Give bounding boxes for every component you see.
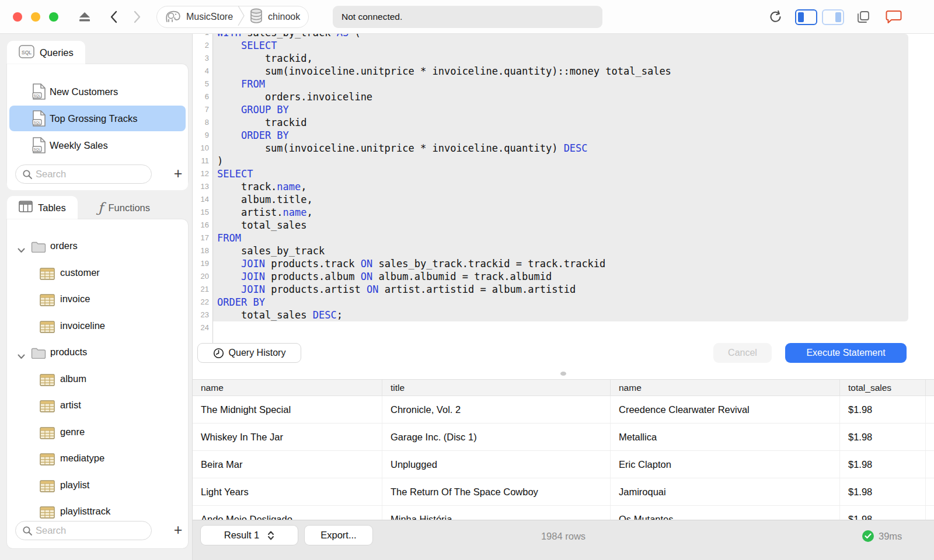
query-list-item[interactable]: SQLTop Grossing Tracks [7, 105, 188, 132]
sidebar-right-toggle[interactable] [822, 9, 844, 25]
code-line[interactable]: WITH sales_by_track AS ( [217, 34, 671, 39]
code-line[interactable]: total_sales [217, 219, 671, 232]
tables-search[interactable] [15, 521, 152, 540]
eject-icon[interactable] [76, 8, 93, 26]
tree-folder-row[interactable]: orders [7, 234, 188, 261]
table-cell[interactable]: Os Mutantes [611, 506, 840, 520]
table-row[interactable]: Light YearsThe Return Of The Space Cowbo… [193, 478, 934, 506]
result-selector[interactable]: Result 1 [201, 526, 298, 545]
table-cell[interactable]: Light Years [193, 478, 382, 505]
query-list-item[interactable]: SQLNew Customers [7, 78, 188, 105]
table-row[interactable]: Beira MarUnpluggedEric Clapton$1.98 [193, 451, 934, 478]
table-cell[interactable]: The Midnight Special [193, 396, 382, 423]
table-cell[interactable]: Eric Clapton [611, 451, 840, 478]
chat-bubble-icon[interactable] [885, 8, 902, 26]
code-line[interactable]: SELECT [217, 167, 671, 180]
code-line[interactable]: JOIN products.track ON sales_by_track.tr… [217, 257, 671, 270]
sidebar-left-toggle[interactable] [795, 9, 817, 25]
code-line[interactable]: FROM [217, 78, 671, 90]
add-query-button[interactable]: + [169, 164, 187, 184]
code-line[interactable]: track.name, [217, 180, 671, 193]
pane-splitter[interactable] [193, 369, 934, 379]
queries-search[interactable] [15, 164, 152, 184]
minimize-button[interactable] [31, 12, 40, 22]
tab-functions[interactable]: ƒ Functions [86, 196, 162, 219]
tree-table-row[interactable]: customer [7, 261, 188, 288]
code-line[interactable]: trackid, [217, 52, 671, 65]
code-line[interactable]: ORDER BY [217, 129, 671, 142]
column-header[interactable]: total_sales [840, 380, 926, 396]
tree-table-row[interactable]: playlist [7, 473, 188, 500]
code-line[interactable]: JOIN products.album ON album.albumid = t… [217, 270, 671, 283]
titlebar: MusicStore chinook Not connected. [0, 0, 934, 34]
chevron-down-icon[interactable] [18, 245, 25, 256]
table-cell[interactable]: Chronicle, Vol. 2 [382, 396, 611, 423]
code-line[interactable]: sum(invoiceline.unitprice * invoiceline.… [217, 65, 671, 78]
back-button[interactable] [105, 8, 123, 26]
tree-table-row[interactable]: mediatype [7, 446, 188, 473]
tree-table-row[interactable]: artist [7, 393, 188, 420]
code-line[interactable]: ) [217, 155, 671, 167]
table-cell[interactable]: Garage Inc. (Disc 1) [382, 424, 611, 450]
windows-icon[interactable] [855, 8, 872, 26]
code-line[interactable]: JOIN products.artist ON artist.artistid … [217, 283, 671, 296]
queries-search-input[interactable] [36, 166, 147, 183]
export-button[interactable]: Export... [305, 526, 372, 545]
code-line[interactable]: SELECT [217, 39, 671, 52]
table-cell[interactable]: Metallica [611, 424, 840, 450]
add-table-button[interactable]: + [169, 520, 187, 540]
table-cell[interactable]: $1.98 [840, 478, 926, 505]
close-button[interactable] [13, 12, 22, 22]
table-cell[interactable]: $1.98 [840, 506, 926, 520]
table-cell[interactable]: $1.98 [840, 451, 926, 478]
code-line[interactable]: sum(invoiceline.unitprice * invoiceline.… [217, 142, 671, 155]
splitter-handle-icon[interactable] [560, 372, 566, 376]
refresh-icon[interactable] [766, 8, 784, 26]
code-line[interactable]: total_sales DESC; [217, 309, 671, 321]
code-line[interactable]: artist.name, [217, 206, 671, 219]
tables-search-input[interactable] [36, 522, 147, 539]
code-line[interactable] [217, 321, 671, 334]
table-row[interactable]: Ando Meio DesligadoMinha HistóriaOs Muta… [193, 506, 934, 520]
table-cell[interactable]: Unplugged [382, 451, 611, 478]
column-header[interactable]: name [193, 380, 382, 396]
table-cell[interactable]: Whiskey In The Jar [193, 424, 382, 450]
tree-folder-row[interactable]: products [7, 340, 188, 367]
column-header[interactable]: title [382, 380, 611, 396]
column-header[interactable]: name [611, 380, 840, 396]
tree-table-row[interactable]: invoiceline [7, 314, 188, 341]
table-cell[interactable]: Minha História [382, 506, 611, 520]
code-line[interactable]: GROUP BY [217, 103, 671, 116]
table-cell[interactable]: Creedence Clearwater Revival [611, 396, 840, 423]
table-row[interactable]: Whiskey In The JarGarage Inc. (Disc 1)Me… [193, 424, 934, 451]
execute-statement-button[interactable]: Execute Statement [785, 343, 907, 363]
code-line[interactable]: album.title, [217, 193, 671, 206]
zoom-button[interactable] [49, 12, 58, 22]
query-duration: 39ms [879, 531, 902, 542]
code-line[interactable]: FROM [217, 232, 671, 244]
table-cell[interactable]: $1.98 [840, 396, 926, 423]
code-line[interactable]: trackid [217, 116, 671, 129]
code-line[interactable]: sales_by_track [217, 244, 671, 257]
sql-code[interactable]: WITH sales_by_track AS ( SELECT trackid,… [217, 34, 671, 334]
table-cell[interactable]: The Return Of The Space Cowboy [382, 478, 611, 505]
table-cell[interactable]: Beira Mar [193, 451, 382, 478]
tab-queries[interactable]: SQL Queries [7, 41, 85, 64]
table-cell[interactable]: Ando Meio Desligado [193, 506, 382, 520]
table-row[interactable]: The Midnight SpecialChronicle, Vol. 2Cre… [193, 396, 934, 424]
sql-editor[interactable]: 123456789101112131415161718192021222324 … [193, 34, 934, 369]
table-cell[interactable]: Jamiroquai [611, 478, 840, 505]
breadcrumb[interactable]: MusicStore chinook [156, 6, 309, 28]
tree-table-row[interactable]: invoice [7, 287, 188, 314]
tab-tables[interactable]: Tables [7, 196, 78, 219]
tree-table-row[interactable]: album [7, 367, 188, 394]
code-line[interactable]: ORDER BY [217, 296, 671, 309]
table-cell[interactable]: $1.98 [840, 424, 926, 450]
chevron-down-icon[interactable] [18, 351, 25, 362]
code-line[interactable]: orders.invoiceline [217, 90, 671, 103]
tree-table-row[interactable]: genre [7, 420, 188, 447]
query-history-button[interactable]: Query History [197, 343, 301, 363]
forward-button[interactable] [128, 8, 146, 26]
tree-table-row[interactable]: playlisttrack [7, 499, 188, 521]
query-list-item[interactable]: SQLWeekly Sales [7, 132, 188, 159]
